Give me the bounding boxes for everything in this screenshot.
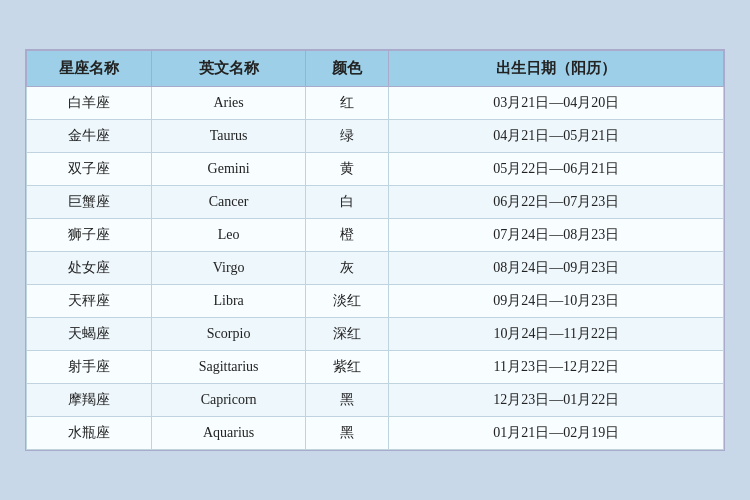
header-en: 英文名称 bbox=[152, 51, 305, 87]
cell-color: 淡红 bbox=[305, 285, 389, 318]
cell-color: 黑 bbox=[305, 384, 389, 417]
cell-en: Gemini bbox=[152, 153, 305, 186]
cell-date: 08月24日—09月23日 bbox=[389, 252, 724, 285]
cell-date: 09月24日—10月23日 bbox=[389, 285, 724, 318]
table-row: 天蝎座Scorpio深红10月24日—11月22日 bbox=[27, 318, 724, 351]
header-date: 出生日期（阳历） bbox=[389, 51, 724, 87]
cell-color: 绿 bbox=[305, 120, 389, 153]
cell-zh: 白羊座 bbox=[27, 87, 152, 120]
cell-en: Scorpio bbox=[152, 318, 305, 351]
table-row: 处女座Virgo灰08月24日—09月23日 bbox=[27, 252, 724, 285]
cell-date: 01月21日—02月19日 bbox=[389, 417, 724, 450]
zodiac-table-container: 星座名称 英文名称 颜色 出生日期（阳历） 白羊座Aries红03月21日—04… bbox=[25, 49, 725, 451]
table-header-row: 星座名称 英文名称 颜色 出生日期（阳历） bbox=[27, 51, 724, 87]
cell-zh: 射手座 bbox=[27, 351, 152, 384]
cell-zh: 双子座 bbox=[27, 153, 152, 186]
cell-date: 10月24日—11月22日 bbox=[389, 318, 724, 351]
cell-color: 灰 bbox=[305, 252, 389, 285]
header-color: 颜色 bbox=[305, 51, 389, 87]
table-row: 金牛座Taurus绿04月21日—05月21日 bbox=[27, 120, 724, 153]
table-row: 水瓶座Aquarius黑01月21日—02月19日 bbox=[27, 417, 724, 450]
cell-color: 深红 bbox=[305, 318, 389, 351]
cell-color: 红 bbox=[305, 87, 389, 120]
cell-date: 06月22日—07月23日 bbox=[389, 186, 724, 219]
cell-en: Capricorn bbox=[152, 384, 305, 417]
cell-date: 03月21日—04月20日 bbox=[389, 87, 724, 120]
cell-color: 紫红 bbox=[305, 351, 389, 384]
cell-en: Taurus bbox=[152, 120, 305, 153]
cell-date: 11月23日—12月22日 bbox=[389, 351, 724, 384]
cell-zh: 金牛座 bbox=[27, 120, 152, 153]
table-row: 摩羯座Capricorn黑12月23日—01月22日 bbox=[27, 384, 724, 417]
cell-color: 黄 bbox=[305, 153, 389, 186]
cell-zh: 天秤座 bbox=[27, 285, 152, 318]
cell-en: Virgo bbox=[152, 252, 305, 285]
cell-en: Sagittarius bbox=[152, 351, 305, 384]
cell-date: 04月21日—05月21日 bbox=[389, 120, 724, 153]
table-row: 狮子座Leo橙07月24日—08月23日 bbox=[27, 219, 724, 252]
table-row: 巨蟹座Cancer白06月22日—07月23日 bbox=[27, 186, 724, 219]
cell-color: 橙 bbox=[305, 219, 389, 252]
table-row: 白羊座Aries红03月21日—04月20日 bbox=[27, 87, 724, 120]
cell-zh: 巨蟹座 bbox=[27, 186, 152, 219]
cell-date: 05月22日—06月21日 bbox=[389, 153, 724, 186]
header-zh: 星座名称 bbox=[27, 51, 152, 87]
table-row: 射手座Sagittarius紫红11月23日—12月22日 bbox=[27, 351, 724, 384]
cell-en: Aquarius bbox=[152, 417, 305, 450]
cell-en: Libra bbox=[152, 285, 305, 318]
cell-zh: 处女座 bbox=[27, 252, 152, 285]
cell-zh: 狮子座 bbox=[27, 219, 152, 252]
cell-zh: 天蝎座 bbox=[27, 318, 152, 351]
cell-en: Leo bbox=[152, 219, 305, 252]
cell-color: 白 bbox=[305, 186, 389, 219]
cell-date: 12月23日—01月22日 bbox=[389, 384, 724, 417]
cell-date: 07月24日—08月23日 bbox=[389, 219, 724, 252]
cell-en: Cancer bbox=[152, 186, 305, 219]
cell-zh: 摩羯座 bbox=[27, 384, 152, 417]
cell-en: Aries bbox=[152, 87, 305, 120]
cell-zh: 水瓶座 bbox=[27, 417, 152, 450]
table-row: 天秤座Libra淡红09月24日—10月23日 bbox=[27, 285, 724, 318]
zodiac-table: 星座名称 英文名称 颜色 出生日期（阳历） 白羊座Aries红03月21日—04… bbox=[26, 50, 724, 450]
table-row: 双子座Gemini黄05月22日—06月21日 bbox=[27, 153, 724, 186]
cell-color: 黑 bbox=[305, 417, 389, 450]
